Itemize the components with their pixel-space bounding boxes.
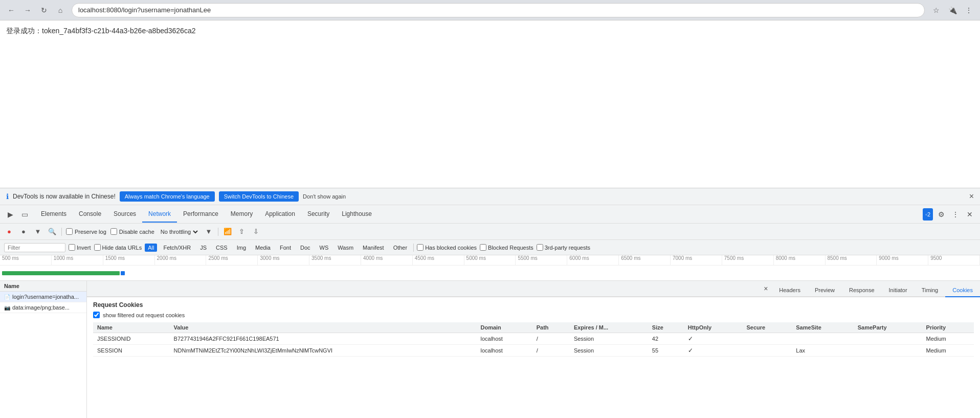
login-success-text: 登录成功：token_7a4bf3f3-c21b-44a3-b26e-a8bed… [6,27,195,36]
close-devtools-button[interactable]: ✕ [964,208,976,221]
tab-headers[interactable]: Headers [772,284,808,297]
cell-path-2: / [532,345,570,357]
back-button[interactable]: ← [4,3,18,17]
disable-cache-text: Disable cache [119,229,154,235]
filter-wasm-button[interactable]: Wasm [335,244,357,252]
address-bar[interactable]: localhost:8080/login?username=jonathanLe… [72,3,925,17]
cell-expires-2: Session [570,345,648,357]
tab-timing[interactable]: Timing [915,284,946,297]
devtools-notification: ℹ DevTools is now available in Chinese! … [0,188,980,205]
cell-priority-2: Medium [922,345,974,357]
bookmark-button[interactable]: ☆ [929,3,943,17]
inspect-element-button[interactable]: ▶ [4,208,16,221]
throttle-select[interactable]: No throttling [159,228,199,235]
filter-input[interactable] [4,243,65,252]
home-button[interactable]: ⌂ [53,3,68,17]
notification-close-button[interactable]: × [969,192,974,201]
reload-button[interactable]: ↻ [37,3,51,17]
settings-button[interactable]: ⚙ [935,208,947,221]
hide-data-urls-checkbox[interactable] [94,244,101,251]
filter-other-button[interactable]: Other [390,244,411,252]
request-item-name-2: data:image/png;base... [12,304,70,311]
tab-console[interactable]: Console [73,206,107,223]
tab-sources[interactable]: Sources [107,206,142,223]
cookies-table-body: JSESSIONID B7277431946A2FFC921F661C198EA… [93,333,974,357]
tab-lighthouse[interactable]: Lighthouse [336,206,378,223]
cell-priority-1: Medium [922,333,974,345]
invert-checkbox[interactable] [69,244,75,251]
blocked-requests-checkbox[interactable] [480,244,486,251]
filter-js-button[interactable]: JS [197,244,210,252]
clear-button[interactable]: ● [18,227,29,237]
import-button[interactable]: ⇧ [237,227,247,237]
filter-fetch-xhr-button[interactable]: Fetch/XHR [160,244,194,252]
timeline-label-500: 500 ms [0,255,52,265]
tab-elements[interactable]: Elements [35,206,73,223]
table-row[interactable]: JSESSIONID B7277431946A2FFC921F661C198EA… [93,333,974,345]
hide-data-urls-text: Hide data URLs [102,245,142,251]
info-icon: ℹ [6,192,9,201]
cell-samesite-1 [792,333,853,345]
always-match-language-button[interactable]: Always match Chrome's language [120,191,215,202]
wifi-button[interactable]: 📶 [222,227,233,237]
switch-to-chinese-button[interactable]: Switch DevTools to Chinese [219,191,299,202]
extensions-button[interactable]: 🔌 [945,3,960,17]
filter-button[interactable]: ▼ [33,227,43,237]
detail-close-button[interactable]: × [760,282,772,295]
address-bar-text: localhost:8080/login?username=jonathanLe… [78,6,211,14]
tab-performance[interactable]: Performance [177,206,225,223]
has-blocked-cookies-text: Has blocked cookies [425,245,477,251]
request-detail: × Headers Preview Response Initiator Tim… [87,281,980,418]
throttle-dropdown-button[interactable]: ▼ [204,227,214,237]
list-item[interactable]: 📄 login?username=jonatha... [0,292,86,302]
tab-memory[interactable]: Memory [225,206,259,223]
third-party-checkbox[interactable] [537,244,543,251]
devtools-icons-right: ◦ 2 ⚙ ⋮ ✕ [923,208,976,221]
tab-cookies[interactable]: Cookies [945,284,980,297]
badge-button[interactable]: ◦ 2 [923,208,933,221]
filter-bar: Invert Hide data URLs All Fetch/XHR JS C… [0,240,980,255]
show-filtered-checkbox[interactable] [93,312,100,318]
filter-img-button[interactable]: Img [234,244,249,252]
tab-initiator[interactable]: Initiator [882,284,915,297]
export-button[interactable]: ⇩ [251,227,261,237]
preserve-log-label[interactable]: Preserve log [66,228,106,235]
tab-network[interactable]: Network [142,206,177,223]
blocked-requests-label[interactable]: Blocked Requests [480,244,533,251]
timeline-label-6500: 6500 ms [619,255,671,265]
disable-cache-label[interactable]: Disable cache [110,228,154,235]
disable-cache-checkbox[interactable] [110,228,117,235]
third-party-label[interactable]: 3rd-party requests [537,244,590,251]
forward-button[interactable]: → [20,3,35,17]
cookies-table-head: Name Value Domain Path Expires / M... Si… [93,322,974,333]
more-options-button[interactable]: ⋮ [949,208,962,221]
table-row[interactable]: SESSION NDNmMTNiM2EtZTc2Yi00NzNhLWI3ZjEt… [93,345,974,357]
has-blocked-cookies-label[interactable]: Has blocked cookies [417,244,477,251]
filter-css-button[interactable]: CSS [213,244,231,252]
device-toolbar-button[interactable]: ▭ [18,208,31,221]
filter-all-button[interactable]: All [145,244,157,252]
timeline-label-2500: 2500 ms [206,255,258,265]
tab-security[interactable]: Security [301,206,336,223]
record-button[interactable]: ● [4,227,14,237]
separator2 [218,228,218,236]
preserve-log-checkbox[interactable] [66,228,73,235]
tab-preview[interactable]: Preview [808,284,842,297]
col-httponly: HttpOnly [684,322,743,333]
filter-media-button[interactable]: Media [252,244,274,252]
hide-data-urls-label[interactable]: Hide data URLs [94,244,142,251]
filter-manifest-button[interactable]: Manifest [360,244,387,252]
invert-checkbox-label[interactable]: Invert [69,244,91,251]
filter-font-button[interactable]: Font [277,244,294,252]
menu-button[interactable]: ⋮ [962,3,976,17]
timeline: 500 ms 1000 ms 1500 ms 2000 ms 2500 ms 3… [0,255,980,281]
dont-show-again-button[interactable]: Don't show again [303,193,346,200]
filter-ws-button[interactable]: WS [317,244,332,252]
tab-application[interactable]: Application [259,206,301,223]
tab-response[interactable]: Response [842,284,882,297]
has-blocked-cookies-checkbox[interactable] [417,244,424,251]
filter-doc-button[interactable]: Doc [297,244,314,252]
list-item[interactable]: 📷 data:image/png;base... [0,302,86,313]
request-list: Name 📄 login?username=jonatha... 📷 data:… [0,281,87,418]
search-button[interactable]: 🔍 [47,227,57,237]
